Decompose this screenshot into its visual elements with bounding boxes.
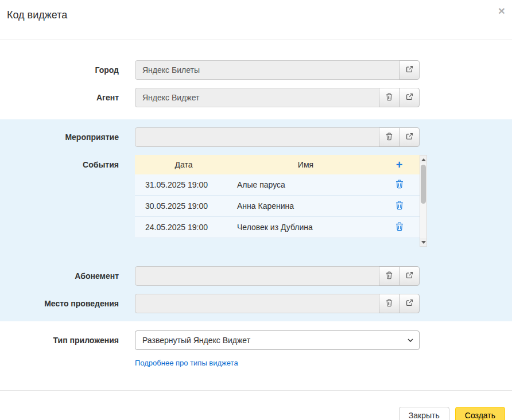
trash-icon [395, 182, 404, 190]
events-scrollbar[interactable] [420, 155, 427, 247]
table-row: 31.05.2025 19:00 Алые паруса [135, 174, 420, 196]
create-button[interactable]: Создать [455, 407, 505, 420]
venue-clear-button[interactable] [379, 294, 399, 313]
event-open-button[interactable] [399, 127, 420, 147]
widget-code-modal: Код виджета × Город Агент [0, 0, 512, 420]
external-link-icon [406, 299, 413, 308]
event-section: Мероприятие [0, 119, 512, 321]
event-date: 24.05.2025 19:00 [135, 223, 232, 232]
scrollbar-thumb[interactable] [421, 165, 426, 204]
scrollbar-track[interactable] [420, 164, 426, 238]
external-link-icon [406, 271, 413, 281]
app-type-selected-value: Развернутый Яндекс Виджет [142, 336, 250, 345]
external-link-icon [406, 65, 413, 75]
modal-header: Код виджета × [0, 0, 512, 40]
event-date: 31.05.2025 19:00 [135, 180, 232, 189]
city-row: Город [0, 60, 512, 80]
subscription-row: Абонемент [0, 266, 512, 286]
close-button[interactable]: Закрыть [399, 407, 449, 420]
venue-input[interactable] [135, 294, 379, 313]
agent-clear-button[interactable] [379, 88, 399, 107]
delete-event-button[interactable] [394, 200, 405, 213]
event-clear-button[interactable] [379, 127, 399, 147]
event-date: 30.05.2025 19:00 [135, 201, 232, 211]
subscription-open-button[interactable] [399, 266, 420, 286]
agent-row: Агент [0, 88, 512, 107]
venue-row: Место проведения [0, 294, 512, 313]
modal-body: Город Агент [0, 40, 512, 420]
venue-open-button[interactable] [399, 294, 420, 313]
app-type-select[interactable]: Развернутый Яндекс Виджет [135, 330, 420, 350]
subscription-clear-button[interactable] [379, 266, 399, 286]
sessions-label: События [0, 155, 135, 174]
event-row: Мероприятие [0, 127, 512, 147]
city-label: Город [0, 65, 135, 75]
app-type-row: Тип приложения Развернутый Яндекс Виджет [0, 330, 512, 350]
event-input[interactable] [135, 127, 379, 147]
arrow-down-icon [421, 241, 426, 244]
table-row: 24.05.2025 19:00 Человек из Дублина [135, 217, 420, 238]
modal-title: Код виджета [7, 9, 503, 21]
events-table: Дата Имя + 31.05.2025 19:00 Алые паруса [135, 155, 420, 238]
city-input[interactable] [135, 60, 399, 80]
event-name: Анна Каренина [232, 201, 379, 211]
subscription-label: Абонемент [0, 271, 135, 281]
venue-label: Место проведения [0, 299, 135, 308]
close-icon[interactable]: × [498, 5, 505, 17]
trash-icon [395, 203, 404, 212]
trash-icon [386, 271, 393, 281]
scrollbar-up-button[interactable] [420, 155, 426, 164]
sessions-row: События Дата Имя + 31 [0, 155, 512, 258]
event-name: Алые паруса [232, 180, 379, 189]
app-type-label: Тип приложения [0, 336, 135, 345]
trash-icon [386, 133, 393, 142]
widget-types-link[interactable]: Подробнее про типы виджета [135, 359, 238, 367]
event-name: Человек из Дублина [232, 223, 379, 232]
delete-event-button[interactable] [394, 178, 405, 192]
event-label: Мероприятие [0, 133, 135, 142]
external-link-icon [406, 133, 413, 142]
trash-icon [386, 93, 393, 103]
external-link-icon [406, 93, 413, 102]
add-event-button[interactable]: + [396, 159, 403, 170]
subscription-input[interactable] [135, 266, 379, 286]
events-table-header: Дата Имя + [135, 155, 420, 174]
column-header-date: Дата [135, 160, 232, 169]
city-open-button[interactable] [399, 60, 420, 80]
trash-icon [386, 299, 393, 309]
agent-label: Агент [0, 93, 135, 102]
table-row: 30.05.2025 19:00 Анна Каренина [135, 196, 420, 217]
modal-footer: Закрыть Создать [0, 391, 512, 420]
delete-event-button[interactable] [394, 221, 405, 234]
chevron-down-icon [408, 339, 413, 342]
trash-icon [395, 224, 404, 233]
column-header-name: Имя [232, 160, 379, 169]
agent-open-button[interactable] [399, 88, 420, 107]
arrow-up-icon [421, 158, 426, 161]
scrollbar-down-button[interactable] [420, 238, 426, 246]
agent-input[interactable] [135, 88, 379, 107]
